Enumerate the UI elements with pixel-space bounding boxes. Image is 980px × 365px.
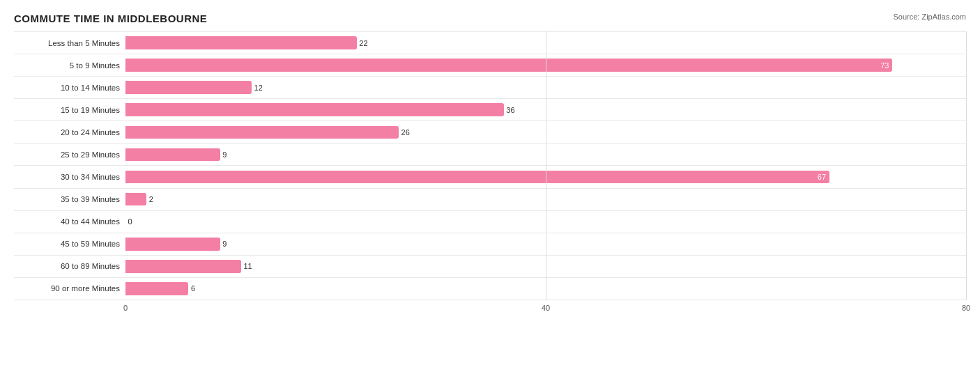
- bar-label: 35 to 39 Minutes: [14, 195, 125, 203]
- x-axis: 04080: [125, 300, 966, 321]
- bar-label: 90 or more Minutes: [14, 284, 125, 293]
- chart-title: COMMUTE TIME IN MIDDLEBOURNE: [14, 13, 207, 24]
- bar-label: 5 to 9 Minutes: [14, 61, 125, 70]
- bar-row: 10 to 14 Minutes12: [14, 77, 966, 99]
- bar-fill: [125, 103, 504, 116]
- bar-value: 26: [401, 128, 410, 137]
- x-tick: 0: [123, 304, 128, 312]
- chart-body: Less than 5 Minutes225 to 9 Minutes7310 …: [14, 31, 966, 321]
- bar-value: 9: [222, 150, 227, 159]
- bar-value: 6: [191, 284, 195, 293]
- bar-row: 5 to 9 Minutes73: [14, 54, 966, 77]
- bar-label: 30 to 34 Minutes: [14, 173, 125, 181]
- bar-label: 15 to 19 Minutes: [14, 106, 125, 114]
- grid-line: [966, 31, 967, 300]
- bar-value: 22: [359, 39, 367, 47]
- bar-row: 15 to 19 Minutes36: [14, 99, 966, 121]
- chart-source: Source: ZipAtlas.com: [893, 13, 966, 21]
- bar-fill: [125, 81, 252, 94]
- bar-fill: [125, 126, 399, 139]
- bar-value: 36: [506, 106, 514, 114]
- bar-fill: [125, 193, 146, 206]
- bar-fill: 73: [125, 59, 892, 72]
- grid-line: [546, 31, 546, 300]
- bar-row: 30 to 34 Minutes67: [14, 166, 966, 188]
- bar-label: 25 to 29 Minutes: [14, 150, 125, 159]
- bar-row: 45 to 59 Minutes9: [14, 233, 966, 256]
- bar-value: 11: [243, 262, 252, 270]
- bar-value: 0: [128, 217, 132, 226]
- bar-row: 35 to 39 Minutes2: [14, 189, 966, 211]
- bar-value: 73: [880, 61, 889, 70]
- bar-value: 9: [222, 240, 227, 248]
- bars-area: Less than 5 Minutes225 to 9 Minutes7310 …: [14, 31, 966, 300]
- chart-header: COMMUTE TIME IN MIDDLEBOURNE Source: Zip…: [14, 13, 966, 24]
- bar-value: 67: [818, 173, 826, 181]
- bar-label: 40 to 44 Minutes: [14, 217, 125, 226]
- bar-fill: [125, 148, 220, 162]
- bar-row: 25 to 29 Minutes9: [14, 143, 966, 166]
- bar-row: 40 to 44 Minutes0: [14, 211, 966, 233]
- bar-row: 60 to 89 Minutes11: [14, 256, 966, 278]
- bar-label: 20 to 24 Minutes: [14, 128, 125, 137]
- bar-row: Less than 5 Minutes22: [14, 31, 966, 54]
- chart-container: COMMUTE TIME IN MIDDLEBOURNE Source: Zip…: [0, 0, 980, 365]
- bar-fill: [125, 36, 357, 49]
- x-tick: 80: [962, 304, 970, 312]
- x-tick: 40: [542, 304, 550, 312]
- bar-value: 2: [149, 195, 153, 203]
- bar-value: 12: [254, 84, 263, 92]
- bar-label: 45 to 59 Minutes: [14, 240, 125, 248]
- bar-row: 90 or more Minutes6: [14, 278, 966, 300]
- bar-fill: [125, 260, 241, 273]
- bar-label: Less than 5 Minutes: [14, 39, 125, 47]
- bar-fill: [125, 238, 220, 251]
- bar-fill: [125, 282, 188, 295]
- bar-fill: 67: [125, 171, 829, 184]
- bar-label: 10 to 14 Minutes: [14, 84, 125, 92]
- bar-row: 20 to 24 Minutes26: [14, 121, 966, 143]
- bar-label: 60 to 89 Minutes: [14, 262, 125, 270]
